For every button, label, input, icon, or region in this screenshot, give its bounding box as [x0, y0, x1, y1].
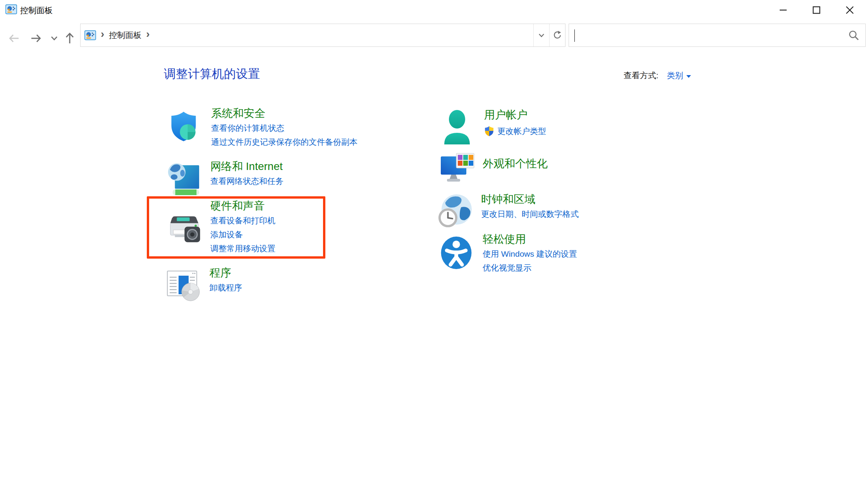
close-button[interactable] — [833, 0, 866, 20]
program-disc-icon[interactable] — [166, 269, 202, 303]
control-panel-icon — [84, 30, 96, 40]
control-panel-window: 控制面板 › 控制面板 — [0, 0, 868, 489]
category-programs: 程序 卸载程序 — [166, 265, 242, 295]
control-panel-icon — [5, 4, 17, 14]
address-bar[interactable]: › 控制面板 › — [80, 24, 565, 47]
uac-shield-icon — [484, 126, 494, 137]
minimize-button[interactable] — [767, 0, 800, 20]
accessibility-icon[interactable] — [440, 236, 473, 271]
forward-arrow-icon — [30, 32, 42, 45]
forward-button[interactable] — [29, 32, 43, 45]
search-icon — [848, 30, 859, 41]
text-caret — [574, 29, 575, 42]
close-icon — [845, 5, 854, 15]
category-ease-of-access: 轻松使用 使用 Windows 建议的设置 优化视觉显示 — [440, 232, 577, 275]
view-by-dropdown[interactable]: 类别 — [667, 70, 683, 81]
task-link[interactable]: 查看网络状态和任务 — [210, 174, 284, 188]
maximize-button[interactable] — [800, 0, 833, 20]
breadcrumb-control-panel[interactable]: 控制面板 — [109, 30, 141, 41]
shield-pie-icon[interactable] — [167, 110, 200, 145]
task-link[interactable]: 更改日期、时间或数字格式 — [481, 207, 579, 221]
breadcrumb-separator-icon: › — [96, 28, 109, 43]
monitor-palette-icon[interactable] — [440, 153, 475, 185]
task-link[interactable]: 查看你的计算机状态 — [211, 121, 358, 135]
category-title[interactable]: 系统和安全 — [211, 106, 358, 121]
search-box[interactable] — [569, 24, 866, 47]
task-link[interactable]: 添加设备 — [210, 228, 275, 242]
category-title[interactable]: 用户帐户 — [484, 107, 546, 123]
task-link[interactable]: 卸载程序 — [210, 281, 242, 295]
user-icon[interactable] — [442, 109, 473, 146]
chevron-down-icon[interactable] — [686, 75, 691, 78]
refresh-icon — [552, 30, 562, 40]
task-link[interactable]: 调整常用移动设置 — [210, 242, 275, 256]
navigation-bar: › 控制面板 › — [0, 20, 868, 51]
chevron-down-icon — [51, 36, 58, 41]
task-link[interactable]: 更改帐户类型 — [484, 124, 546, 138]
category-system-and-security: 系统和安全 查看你的计算机状态 通过文件历史记录保存你的文件备份副本 — [167, 106, 358, 149]
chevron-down-icon — [538, 33, 545, 38]
search-input[interactable] — [576, 24, 835, 46]
title-bar: 控制面板 — [0, 0, 868, 20]
back-button[interactable] — [7, 32, 21, 45]
maximize-icon — [812, 5, 821, 15]
up-button[interactable] — [63, 32, 76, 45]
refresh-button[interactable] — [549, 24, 565, 46]
task-link[interactable]: 通过文件历史记录保存你的文件备份副本 — [211, 135, 358, 149]
network-globe-icon[interactable] — [167, 161, 201, 197]
breadcrumb-separator-icon: › — [141, 28, 154, 43]
back-arrow-icon — [8, 32, 20, 45]
view-by-label: 查看方式: — [624, 70, 658, 81]
category-user-accounts: 用户帐户 更改帐户类型 — [442, 107, 546, 138]
printer-speaker-icon[interactable] — [167, 211, 201, 244]
address-dropdown-button[interactable] — [533, 24, 549, 46]
category-title[interactable]: 轻松使用 — [483, 232, 577, 247]
window-title: 控制面板 — [20, 5, 53, 16]
recent-pages-button[interactable] — [48, 32, 61, 45]
category-hardware-and-sound: 硬件和声音 查看设备和打印机 添加设备 调整常用移动设置 — [167, 198, 275, 256]
category-network-and-internet: 网络和 Internet 查看网络状态和任务 — [167, 159, 284, 188]
category-title[interactable]: 硬件和声音 — [210, 198, 275, 214]
up-arrow-icon — [64, 32, 76, 45]
task-link[interactable]: 优化视觉显示 — [483, 261, 577, 275]
minimize-icon — [779, 5, 788, 15]
globe-clock-icon[interactable] — [438, 194, 473, 230]
task-link[interactable]: 查看设备和打印机 — [210, 214, 275, 228]
category-title[interactable]: 程序 — [210, 265, 242, 281]
category-title[interactable]: 外观和个性化 — [483, 156, 548, 172]
category-appearance-and-personalization: 外观和个性化 — [440, 156, 548, 172]
page-title: 调整计算机的设置 — [164, 66, 260, 82]
task-link[interactable]: 使用 Windows 建议的设置 — [483, 247, 577, 261]
category-title[interactable]: 网络和 Internet — [210, 159, 284, 174]
category-title[interactable]: 时钟和区域 — [481, 192, 579, 207]
category-clock-and-region: 时钟和区域 更改日期、时间或数字格式 — [438, 192, 579, 221]
